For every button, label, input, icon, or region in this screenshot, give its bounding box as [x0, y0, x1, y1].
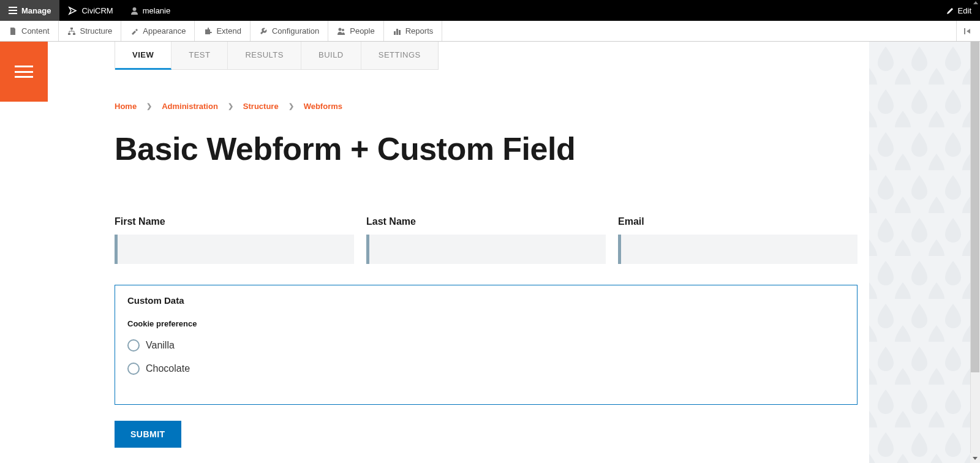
civicrm-link[interactable]: CiviCRM	[59, 0, 121, 21]
appearance-icon	[130, 27, 138, 36]
svg-rect-12	[964, 28, 965, 34]
last-name-input[interactable]	[366, 235, 606, 264]
chevron-right-icon: ❯	[228, 102, 233, 110]
svg-rect-4	[70, 28, 73, 29]
user-link[interactable]: melanie	[122, 0, 179, 21]
configuration-icon	[259, 27, 268, 36]
svg-rect-11	[399, 30, 401, 35]
field-email: Email	[618, 216, 858, 264]
nav-label: Appearance	[143, 26, 186, 36]
nav-label: Reports	[405, 26, 434, 36]
caret-up-icon	[973, 1, 978, 4]
nav-label: Extend	[216, 26, 241, 36]
first-name-input[interactable]	[115, 235, 354, 264]
radio-icon	[127, 363, 140, 375]
svg-rect-9	[394, 31, 396, 35]
nav-structure[interactable]: Structure	[59, 21, 122, 41]
manage-button[interactable]: Manage	[0, 0, 59, 21]
tab-label: VIEW	[132, 50, 154, 59]
scrollbar-thumb[interactable]	[971, 42, 979, 372]
page-title: Basic Webform + Custom Field	[115, 130, 858, 167]
civicrm-label: CiviCRM	[81, 6, 113, 15]
manage-label: Manage	[21, 6, 51, 15]
edit-label: Edit	[958, 6, 971, 15]
fieldset-legend: Custom Data	[127, 295, 845, 306]
civicrm-icon	[68, 6, 77, 15]
svg-point-3	[132, 7, 136, 11]
people-icon	[337, 27, 345, 36]
scrollbar-track[interactable]	[970, 42, 980, 448]
svg-point-8	[342, 29, 344, 31]
chevron-right-icon: ❯	[146, 102, 152, 110]
tab-label: RESULTS	[245, 50, 284, 59]
custom-data-fieldset: Custom Data Cookie preference Vanilla Ch…	[115, 285, 858, 405]
breadcrumb-link[interactable]: Administration	[162, 102, 218, 111]
radio-label: Chocolate	[146, 363, 190, 374]
hamburger-icon	[15, 66, 33, 78]
nav-people[interactable]: People	[328, 21, 383, 41]
nav-label: People	[350, 26, 374, 36]
decorative-sidebar	[869, 42, 970, 448]
reports-icon	[393, 27, 401, 36]
nav-content[interactable]: Content	[0, 21, 59, 41]
field-label: First Name	[115, 216, 354, 227]
chevron-right-icon: ❯	[288, 102, 294, 110]
admin-toolbar: Manage CiviCRM melanie Edit	[0, 0, 980, 21]
structure-icon	[67, 27, 76, 36]
svg-rect-5	[68, 33, 70, 35]
tab-build[interactable]: BUILD	[301, 42, 361, 69]
submit-button[interactable]: SUBMIT	[115, 421, 181, 448]
tab-test[interactable]: TEST	[172, 42, 228, 69]
svg-rect-0	[9, 7, 17, 8]
field-last-name: Last Name	[366, 216, 606, 264]
field-label: Email	[618, 216, 858, 227]
extend-icon	[203, 27, 212, 36]
nav-extend[interactable]: Extend	[195, 21, 250, 41]
nav-configuration[interactable]: Configuration	[251, 21, 328, 41]
fieldset-sublabel: Cookie preference	[127, 319, 845, 328]
form-row: First Name Last Name Email	[115, 216, 858, 264]
svg-rect-10	[396, 29, 398, 35]
pencil-icon	[946, 7, 954, 15]
breadcrumb-link[interactable]: Webforms	[304, 102, 342, 111]
tab-view[interactable]: VIEW	[115, 42, 172, 70]
tab-results[interactable]: RESULTS	[228, 42, 301, 69]
radio-option-vanilla[interactable]: Vanilla	[127, 339, 845, 352]
nav-label: Structure	[80, 26, 113, 36]
email-input[interactable]	[618, 235, 858, 264]
tab-settings[interactable]: SETTINGS	[361, 42, 438, 69]
user-icon	[130, 7, 138, 15]
svg-rect-2	[9, 13, 17, 14]
radio-option-chocolate[interactable]: Chocolate	[127, 363, 845, 375]
breadcrumb-link[interactable]: Home	[115, 102, 137, 111]
radio-icon	[127, 339, 140, 352]
svg-point-7	[339, 28, 342, 31]
field-label: Last Name	[366, 216, 606, 227]
user-label: melanie	[143, 6, 171, 15]
svg-rect-13	[869, 42, 970, 448]
document-icon	[9, 27, 17, 36]
nav-reports[interactable]: Reports	[384, 21, 443, 41]
hamburger-icon	[9, 7, 17, 14]
arrow-left-icon	[964, 28, 973, 35]
content-tabs: VIEW TEST RESULTS BUILD SETTINGS	[115, 42, 439, 70]
breadcrumb-link[interactable]: Structure	[243, 102, 279, 111]
sidebar-toggle[interactable]	[0, 42, 48, 102]
toolbar-toggle[interactable]	[956, 21, 980, 41]
breadcrumb: Home ❯ Administration ❯ Structure ❯ Webf…	[115, 102, 858, 111]
nav-label: Content	[21, 26, 50, 36]
radio-label: Vanilla	[146, 340, 175, 351]
svg-rect-6	[73, 33, 75, 35]
tab-label: BUILD	[318, 50, 344, 59]
nav-appearance[interactable]: Appearance	[121, 21, 195, 41]
tab-label: SETTINGS	[379, 50, 421, 59]
nav-label: Configuration	[272, 26, 319, 36]
svg-rect-1	[9, 10, 17, 11]
tab-label: TEST	[189, 50, 210, 59]
secondary-toolbar: Content Structure Appearance Extend Conf…	[0, 21, 980, 42]
field-first-name: First Name	[115, 216, 354, 264]
